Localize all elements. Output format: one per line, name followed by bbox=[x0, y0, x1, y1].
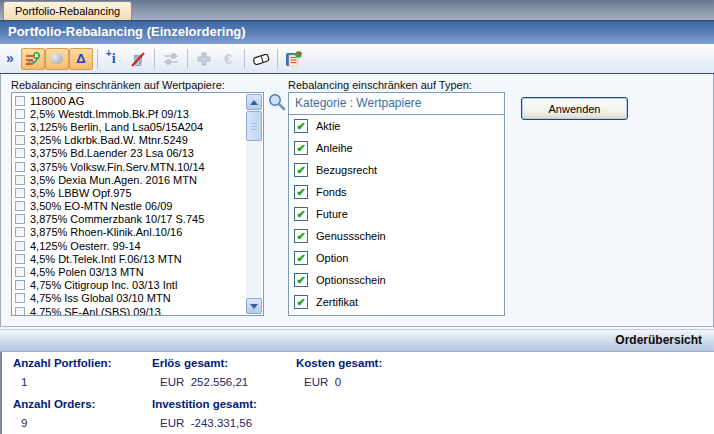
eraser-icon bbox=[251, 51, 271, 67]
summary-value: EUR 0 bbox=[296, 376, 382, 388]
security-checkbox-unchecked[interactable] bbox=[15, 162, 25, 172]
security-checkbox-unchecked[interactable] bbox=[15, 135, 25, 145]
security-checkbox-unchecked[interactable] bbox=[15, 175, 25, 185]
search-icon[interactable] bbox=[267, 93, 287, 113]
security-list-item[interactable]: 3,25% Ldkrbk.Bad.W. Mtnr.5249 bbox=[12, 134, 246, 147]
security-list-item[interactable]: 3,5% LBBW Opf.975 bbox=[12, 186, 246, 199]
scroll-up-button[interactable] bbox=[246, 94, 262, 110]
type-list-item[interactable]: ✔ Genussschein bbox=[289, 225, 504, 247]
thumb-grip-icon bbox=[251, 123, 257, 131]
tab-portfolio-rebalancing[interactable]: Portfolio-Rebalancing bbox=[3, 1, 132, 20]
security-label: 4,5% Polen 03/13 MTN bbox=[30, 266, 144, 278]
security-list-item[interactable]: 4,5% Dt.Telek.Intl F.06/13 MTN bbox=[12, 252, 246, 265]
report-button[interactable] bbox=[282, 48, 306, 70]
security-checkbox-unchecked[interactable] bbox=[15, 241, 25, 251]
type-label: Anleihe bbox=[316, 142, 353, 154]
securities-listbox[interactable]: 118000 AG 2,5% Westdt.Immob.Bk.Pf 09/13 … bbox=[11, 92, 264, 316]
security-list-item[interactable]: 3,5% Dexia Mun.Agen. 2016 MTN bbox=[12, 173, 246, 186]
security-list-item[interactable]: 4,75% Iss Global 03/10 MTN bbox=[12, 292, 246, 305]
security-checkbox-unchecked[interactable] bbox=[15, 214, 25, 224]
security-checkbox-unchecked[interactable] bbox=[15, 307, 25, 315]
security-checkbox-unchecked[interactable] bbox=[15, 188, 25, 198]
security-list-item[interactable]: 3,125% Berlin, Land Lsa05/15A204 bbox=[12, 120, 246, 133]
type-list-item[interactable]: ✔ Option bbox=[289, 247, 504, 269]
euro-button: € bbox=[216, 48, 240, 70]
type-list-item[interactable]: ✔ Anleihe bbox=[289, 137, 504, 159]
security-list-item[interactable]: 4,75% SF-Anl.(SBS) 09/13 bbox=[12, 305, 246, 315]
security-checkbox-unchecked[interactable] bbox=[15, 148, 25, 158]
toolbar: » Δ + i bbox=[0, 44, 714, 74]
eraser-button[interactable] bbox=[249, 48, 273, 70]
security-list-item[interactable]: 3,875% Commerzbank 10/17 S.745 bbox=[12, 213, 246, 226]
type-list-item[interactable]: ✔ Optionsschein bbox=[289, 269, 504, 291]
security-checkbox-unchecked[interactable] bbox=[15, 280, 25, 290]
type-checkbox-checked[interactable]: ✔ bbox=[294, 229, 308, 243]
securities-scrollbar[interactable] bbox=[246, 94, 262, 314]
security-checkbox-unchecked[interactable] bbox=[15, 201, 25, 211]
toolbar-separator bbox=[154, 49, 155, 69]
security-label: 3,5% LBBW Opf.975 bbox=[30, 187, 132, 199]
security-checkbox-unchecked[interactable] bbox=[15, 267, 25, 277]
type-list-item[interactable]: ✔ Zertifikat bbox=[289, 291, 504, 313]
security-checkbox-unchecked[interactable] bbox=[15, 109, 25, 119]
security-checkbox-unchecked[interactable] bbox=[15, 293, 25, 303]
type-checkbox-checked[interactable]: ✔ bbox=[294, 207, 308, 221]
add-button bbox=[192, 48, 216, 70]
security-label: 3,25% Ldkrbk.Bad.W. Mtnr.5249 bbox=[30, 134, 188, 146]
delta-icon: Δ bbox=[76, 52, 85, 65]
rebalance-chart-icon bbox=[25, 51, 41, 67]
delete-crossed-trash-icon bbox=[129, 50, 147, 68]
types-listbox[interactable]: Kategorie : Wertpapiere ✔ Aktie ✔ Anleih… bbox=[288, 92, 505, 316]
security-list-item[interactable]: 3,50% EO-MTN Nestle 06/09 bbox=[12, 200, 246, 213]
euro-icon: € bbox=[224, 51, 232, 67]
type-label: Bezugsrecht bbox=[316, 164, 377, 176]
type-list-item[interactable]: ✔ Future bbox=[289, 203, 504, 225]
securities-filter-label: Rebalancing einschränken auf Wertpapiere… bbox=[11, 79, 225, 91]
delta-view-button[interactable]: Δ bbox=[69, 48, 93, 70]
summary-label: Investition gesamt: bbox=[152, 398, 296, 410]
sphere-icon bbox=[50, 53, 63, 64]
chevron-up-icon bbox=[250, 100, 258, 105]
security-checkbox-unchecked[interactable] bbox=[15, 227, 25, 237]
toolbar-overflow-chevron-icon[interactable]: » bbox=[6, 50, 14, 66]
plus-icon bbox=[197, 52, 211, 66]
type-list-item[interactable]: ✔ Bezugsrecht bbox=[289, 159, 504, 181]
sphere-view-button[interactable] bbox=[45, 48, 69, 70]
type-list-item[interactable]: ✔ Aktie bbox=[289, 115, 504, 137]
security-list-item[interactable]: 4,75% Citigroup Inc. 03/13 Intl bbox=[12, 279, 246, 292]
security-list-item[interactable]: 2,5% Westdt.Immob.Bk.Pf 09/13 bbox=[12, 107, 246, 120]
security-list-item[interactable]: 3,375% Bd.Laender 23 Lsa 06/13 bbox=[12, 147, 246, 160]
apply-button[interactable]: Anwenden bbox=[521, 97, 628, 120]
report-icon bbox=[284, 50, 303, 67]
security-checkbox-unchecked[interactable] bbox=[15, 122, 25, 132]
type-list-item[interactable]: ✔ Fonds bbox=[289, 181, 504, 203]
type-checkbox-checked[interactable]: ✔ bbox=[294, 251, 308, 265]
type-checkbox-checked[interactable]: ✔ bbox=[294, 141, 308, 155]
type-checkbox-checked[interactable]: ✔ bbox=[294, 295, 308, 309]
summary-value: EUR -243.331,56 bbox=[152, 417, 296, 429]
type-checkbox-checked[interactable]: ✔ bbox=[294, 273, 308, 287]
scrollbar-thumb[interactable] bbox=[246, 111, 262, 141]
add-info-button[interactable]: + i bbox=[102, 48, 126, 70]
type-checkbox-checked[interactable]: ✔ bbox=[294, 185, 308, 199]
security-checkbox-unchecked[interactable] bbox=[15, 96, 25, 106]
type-checkbox-checked[interactable]: ✔ bbox=[294, 163, 308, 177]
type-checkbox-checked[interactable]: ✔ bbox=[294, 119, 308, 133]
security-checkbox-unchecked[interactable] bbox=[15, 254, 25, 264]
type-label: Zertifikat bbox=[316, 296, 358, 308]
scroll-down-button[interactable] bbox=[246, 298, 262, 314]
security-list-item[interactable]: 3,875% Rhoen-Klinik.Anl.10/16 bbox=[12, 226, 246, 239]
security-list-item[interactable]: 4,5% Polen 03/13 MTN bbox=[12, 265, 246, 278]
security-label: 3,375% Bd.Laender 23 Lsa 06/13 bbox=[30, 147, 194, 159]
chevron-down-icon bbox=[250, 304, 258, 309]
delete-order-button[interactable] bbox=[126, 48, 150, 70]
rebalance-chart-button[interactable] bbox=[21, 48, 45, 70]
security-list-item[interactable]: 118000 AG bbox=[12, 94, 246, 107]
security-label: 3,5% Dexia Mun.Agen. 2016 MTN bbox=[30, 174, 197, 186]
security-list-item[interactable]: 4,125% Oesterr. 99-14 bbox=[12, 239, 246, 252]
summary-field: Kosten gesamt: EUR 0 bbox=[296, 357, 382, 388]
securities-list: 118000 AG 2,5% Westdt.Immob.Bk.Pf 09/13 … bbox=[12, 93, 246, 315]
security-list-item[interactable]: 3,375% Volksw.Fin.Serv.MTN.10/14 bbox=[12, 160, 246, 173]
security-label: 118000 AG bbox=[30, 95, 84, 107]
security-label: 2,5% Westdt.Immob.Bk.Pf 09/13 bbox=[30, 108, 189, 120]
